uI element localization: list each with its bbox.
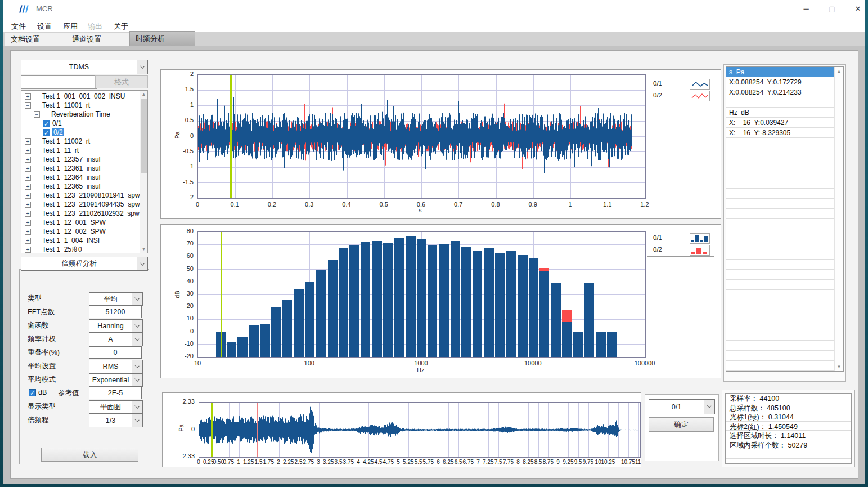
format-button[interactable]: 格式 xyxy=(95,75,148,88)
maximize-button[interactable]: ▢ xyxy=(824,2,840,16)
tree-item-label[interactable]: Test 1_12364_insul xyxy=(42,173,100,181)
tree-item[interactable]: +Test 1_123_211026102932_spw xyxy=(23,209,138,218)
collapse-icon[interactable]: − xyxy=(34,111,40,118)
overview-channel-select[interactable]: 0/1 xyxy=(649,399,715,414)
menu-output[interactable]: 输出 xyxy=(84,20,106,33)
tree-scrollbar[interactable]: ▲ ▼ xyxy=(140,91,147,253)
tree-item[interactable]: −Test 1_11001_rt xyxy=(23,101,138,110)
line-series-icon[interactable] xyxy=(690,79,710,90)
tab-channel-settings[interactable]: 通道设置 xyxy=(66,33,130,46)
chevron-down-icon[interactable] xyxy=(132,374,142,386)
chevron-down-icon[interactable] xyxy=(132,401,142,413)
tab-time-frequency-analysis[interactable]: 时频分析 xyxy=(129,31,195,46)
readout-row[interactable]: X:0.088254 Y:0.214233 xyxy=(726,87,835,97)
tree-item[interactable]: +Test 1_11_rt xyxy=(23,146,138,155)
tree-item[interactable]: +Test 1_1_004_INSI xyxy=(23,236,138,245)
setting-select[interactable]: Exponential xyxy=(89,373,143,387)
bar-series-icon[interactable] xyxy=(690,233,710,244)
line-series-icon[interactable] xyxy=(690,91,710,101)
tree-item-label[interactable]: Test 1_123_210908101941_spw xyxy=(42,191,140,199)
expand-icon[interactable]: + xyxy=(25,220,31,226)
readout-row[interactable]: X: 16 Y:0.039427 xyxy=(726,118,835,128)
close-button[interactable]: ✕ xyxy=(849,2,866,16)
expand-icon[interactable]: + xyxy=(25,202,31,208)
tree-item[interactable]: +Test 1_123_210908101941_spw xyxy=(23,191,138,200)
expand-icon[interactable]: + xyxy=(25,157,31,163)
tree-item-label[interactable]: Reverberation Time xyxy=(51,110,110,118)
menu-about[interactable]: 关于 xyxy=(110,20,132,33)
menu-file[interactable]: 文件 xyxy=(8,20,29,33)
readout-row[interactable]: X:0.088254 Y:0.172729 xyxy=(726,77,835,87)
setting-select[interactable]: 平均 xyxy=(89,292,143,306)
expand-icon[interactable]: + xyxy=(25,93,31,100)
expand-icon[interactable]: + xyxy=(25,175,31,181)
legend-row[interactable]: 0/1 xyxy=(647,78,714,90)
expand-icon[interactable]: + xyxy=(25,184,31,190)
tree-item[interactable]: −Reverberation Time xyxy=(23,110,138,119)
setting-input[interactable]: 0 xyxy=(89,346,142,359)
file-tree[interactable]: +Test 1_001_001_002_INSU−Test 1_11001_rt… xyxy=(21,90,148,253)
readout-row[interactable]: X: 16 Y:-8.329305 xyxy=(726,128,835,138)
plot-area[interactable] xyxy=(197,74,646,199)
filter-input[interactable] xyxy=(21,75,97,89)
expand-icon[interactable]: + xyxy=(25,211,31,217)
scroll-up-icon[interactable]: ▲ xyxy=(140,92,147,97)
plot-area[interactable] xyxy=(199,402,641,458)
tree-item-label[interactable]: 0/1 xyxy=(52,119,62,127)
expand-icon[interactable]: + xyxy=(25,229,31,235)
scroll-down-icon[interactable]: ▼ xyxy=(140,247,147,252)
expand-icon[interactable]: + xyxy=(25,247,31,253)
channel-checkbox[interactable]: ✓ xyxy=(43,120,50,127)
chevron-down-icon[interactable] xyxy=(137,257,147,270)
setting-select[interactable]: 平面图 xyxy=(89,400,143,414)
legend-row[interactable]: 0/2 xyxy=(647,244,714,256)
tree-item[interactable]: +Test 1_11002_rt xyxy=(23,137,138,146)
tree-item-label[interactable]: 0/2 xyxy=(52,128,64,136)
setting-select[interactable]: Hanning xyxy=(89,319,143,333)
tree-item-label[interactable]: Test 1_123_210914094435_spw xyxy=(42,200,140,208)
scroll-down-icon[interactable]: ▼ xyxy=(835,364,843,369)
tree-item-label[interactable]: Test 1_11_rt xyxy=(42,146,79,154)
tree-item-label[interactable]: Test 1_12357_insul xyxy=(42,155,100,163)
tree-item-label[interactable]: Test 1_123_211026102932_spw xyxy=(42,209,140,217)
expand-icon[interactable]: + xyxy=(25,238,31,244)
tree-item[interactable]: +Test 1_25度0 xyxy=(23,245,138,253)
tree-item-label[interactable]: Test 1_11002_rt xyxy=(42,137,90,145)
chevron-down-icon[interactable] xyxy=(132,293,142,305)
load-button[interactable]: 载入 xyxy=(41,448,138,462)
tree-item[interactable]: ✓0/2 xyxy=(23,128,138,137)
scroll-up-icon[interactable]: ▲ xyxy=(835,69,843,74)
tree-item[interactable]: ✓0/1 xyxy=(23,119,138,128)
setting-select[interactable]: 1/3 xyxy=(89,414,143,427)
collapse-icon[interactable]: − xyxy=(25,102,31,109)
menu-apply[interactable]: 应用 xyxy=(60,20,81,33)
expand-icon[interactable]: + xyxy=(25,193,31,199)
tree-item-label[interactable]: Test 1_12_002_SPW xyxy=(42,227,106,235)
tree-item-label[interactable]: Test 1_25度0 xyxy=(42,245,82,254)
tree-item-label[interactable]: Test 1_12_001_SPW xyxy=(42,218,106,226)
tree-item-label[interactable]: Test 1_11001_rt xyxy=(42,101,90,109)
setting-select[interactable]: RMS xyxy=(89,360,143,373)
menu-settings[interactable]: 设置 xyxy=(34,20,55,33)
readout-row[interactable]: s Pa xyxy=(726,67,835,77)
confirm-button[interactable]: 确定 xyxy=(649,417,714,432)
scrollbar-thumb[interactable] xyxy=(141,99,147,173)
tree-item[interactable]: +Test 1_12_002_SPW xyxy=(23,227,138,236)
chevron-down-icon[interactable] xyxy=(132,333,142,346)
tree-item[interactable]: +Test 1_12365_insul xyxy=(23,182,138,191)
tree-item[interactable]: +Test 1_12_001_SPW xyxy=(23,218,138,227)
chevron-down-icon[interactable] xyxy=(704,400,714,414)
tree-item-label[interactable]: Test 1_12365_insul xyxy=(42,182,100,190)
chevron-down-icon[interactable] xyxy=(137,60,147,74)
cursor-readout-list[interactable]: s PaX:0.088254 Y:0.172729X:0.088254 Y:0.… xyxy=(726,66,844,372)
tree-item[interactable]: +Test 1_12364_insul xyxy=(23,173,138,182)
setting-input[interactable]: 51200 xyxy=(89,306,142,318)
plot-area[interactable] xyxy=(197,231,646,358)
tree-item-label[interactable]: Test 1_001_001_002_INSU xyxy=(42,92,125,100)
analysis-type-select[interactable]: 倍频程分析 xyxy=(21,257,148,271)
db-checkbox[interactable]: ✓ xyxy=(29,389,36,396)
expand-icon[interactable]: + xyxy=(25,138,31,145)
tree-item[interactable]: +Test 1_001_001_002_INSU xyxy=(23,92,138,101)
setting-select[interactable]: A xyxy=(89,333,143,346)
tree-item[interactable]: +Test 1_12357_insul xyxy=(23,155,138,164)
